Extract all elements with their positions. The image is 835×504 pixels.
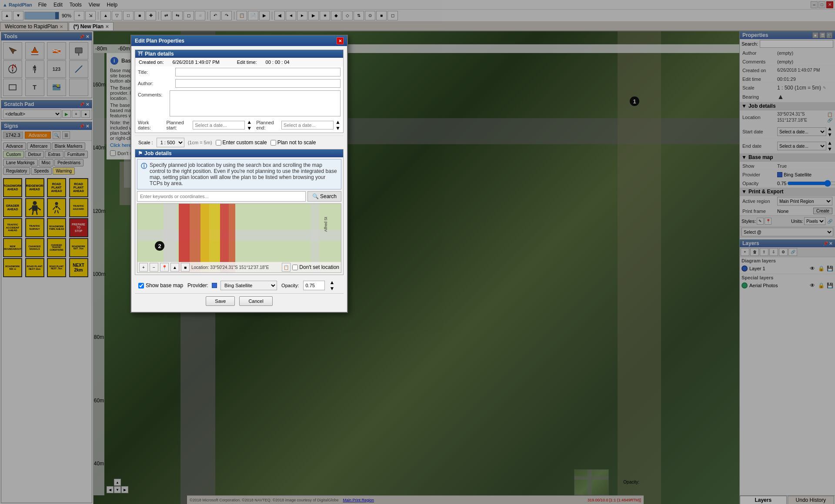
job-info-box: ⓘ Specify planned job location by using … — [137, 159, 341, 189]
search-box: 🔍 Search — [137, 191, 341, 202]
author-input[interactable] — [175, 79, 341, 88]
custom-scale-checkbox[interactable] — [216, 140, 221, 146]
scale-row: Scale : 1 : 500 (1cm = 5m) Enter custom … — [135, 136, 344, 149]
work-dates-label: Work dates: — [138, 120, 162, 130]
job-details-title: ⚑ Job details — [135, 149, 343, 157]
save-button[interactable]: Save — [206, 296, 235, 306]
plan-details-title: ⛩ Plan details — [135, 50, 343, 58]
provider-label: Provider: — [187, 282, 208, 288]
custom-scale-check: Enter custom scale — [216, 139, 267, 146]
provider-icon — [212, 283, 217, 288]
title-input[interactable] — [175, 68, 341, 76]
planned-end-label: Planned end: — [256, 120, 280, 130]
planned-end-input[interactable] — [281, 121, 334, 129]
dont-set-label: Don't set location — [299, 264, 339, 270]
work-dates-row: Work dates: Planned start: ▲▼ Planned en… — [135, 118, 343, 133]
planned-end-group: Planned end: ▲▼ — [256, 119, 341, 131]
map-zoom-in-btn[interactable]: + — [139, 263, 148, 272]
created-on-value: 6/26/2018 1:49:07 PM — [172, 60, 219, 65]
job-details-section: ⚑ Job details ⓘ Specify planned job loca… — [135, 149, 344, 275]
map-zoom-out-btn[interactable]: − — [150, 263, 158, 272]
job-info-text: Specify planned job location by using th… — [150, 162, 337, 186]
planned-start-label: Planned start: — [166, 120, 191, 130]
start-date-picker-btn[interactable]: ▲▼ — [247, 119, 252, 131]
edit-time-label: Edit time: — [237, 60, 257, 65]
map-fit-btn[interactable]: ■ — [181, 263, 190, 272]
dialog-action-row: Save Cancel — [135, 293, 344, 308]
custom-scale-label: Enter custom scale — [223, 139, 267, 146]
location-search-input[interactable] — [137, 191, 306, 202]
show-basemap-label: Show base map — [146, 282, 183, 288]
provider-select[interactable]: Bing Satellite Bing Maps Bing Aerial — [220, 281, 277, 290]
opacity-spin[interactable]: ▲▼ — [329, 279, 334, 292]
not-to-scale-label: Plan not to scale — [277, 139, 316, 146]
opacity-label: Opacity: — [281, 283, 299, 288]
location-search-btn[interactable]: 🔍 Search — [307, 191, 341, 202]
dont-set-location-check: Don't set location — [292, 264, 339, 270]
opacity-value-input[interactable] — [303, 281, 325, 290]
map-north-btn[interactable]: ▲ — [170, 263, 179, 272]
dialog-map[interactable]: Alfred St 2 + − 📍 ▲ ■ Location: 33°50'24… — [137, 203, 341, 273]
title-label: Title: — [138, 70, 173, 75]
cancel-button[interactable]: Cancel — [239, 296, 272, 306]
comments-row: Comments: — [135, 89, 343, 118]
end-date-picker-btn[interactable]: ▲▼ — [335, 119, 341, 131]
job-details-icon: ⚑ — [138, 150, 143, 156]
search-icon: 🔍 — [312, 193, 319, 199]
dialog-basemap-row: Show base map Provider: Bing Satellite B… — [135, 278, 344, 293]
modal-overlay — [0, 0, 835, 504]
plan-meta-row: Created on: 6/26/2018 1:49:07 PM Edit ti… — [135, 58, 343, 66]
author-row: Author: — [135, 78, 343, 89]
author-label: Author: — [138, 81, 173, 86]
created-on-label: Created on: — [139, 60, 164, 65]
comments-input[interactable] — [170, 90, 341, 116]
scale-cm-label: (1cm = 5m) — [188, 140, 212, 145]
edit-plan-dialog: Edit Plan Properties ✕ ⛩ Plan details Cr… — [130, 35, 348, 313]
map-location-btn[interactable]: 📍 — [160, 263, 169, 272]
badge-2: 2 — [155, 241, 164, 251]
not-to-scale-checkbox[interactable] — [271, 140, 276, 146]
dialog-body: ⛩ Plan details Created on: 6/26/2018 1:4… — [131, 46, 347, 312]
map-location-text: Location: 33°50'24.31"S 151°12'37.18"E — [191, 265, 280, 270]
not-to-scale-check: Plan not to scale — [271, 139, 316, 146]
plan-details-section: ⛩ Plan details Created on: 6/26/2018 1:4… — [135, 50, 344, 133]
planned-start-group: Planned start: ▲▼ — [166, 119, 252, 131]
scale-label: Scale : — [138, 140, 153, 145]
show-basemap-checkbox[interactable] — [138, 283, 144, 288]
title-row: Title: — [135, 66, 343, 78]
dialog-close-btn[interactable]: ✕ — [337, 37, 344, 44]
dialog-title-bar: Edit Plan Properties ✕ — [131, 36, 347, 46]
show-basemap-check: Show base map — [138, 282, 183, 288]
info-icon: ⓘ — [141, 162, 147, 170]
plan-details-icon: ⛩ — [138, 51, 143, 57]
scale-select[interactable]: 1 : 500 — [157, 138, 184, 147]
dont-set-checkbox[interactable] — [292, 265, 298, 270]
edit-time-value: 00 : 00 : 04 — [266, 60, 290, 65]
comments-label: Comments: — [138, 92, 167, 97]
planned-start-input[interactable] — [193, 121, 245, 129]
map-copy-location-btn[interactable]: 📋 — [282, 263, 291, 272]
dialog-footer-area: Show base map Provider: Bing Satellite B… — [135, 278, 344, 308]
provider-row: Provider: Bing Satellite Bing Maps Bing … — [187, 281, 277, 290]
dialog-title-label: Edit Plan Properties — [135, 38, 184, 44]
dialog-map-toolbar: + − 📍 ▲ ■ Location: 33°50'24.31"S 151°12… — [137, 262, 341, 272]
